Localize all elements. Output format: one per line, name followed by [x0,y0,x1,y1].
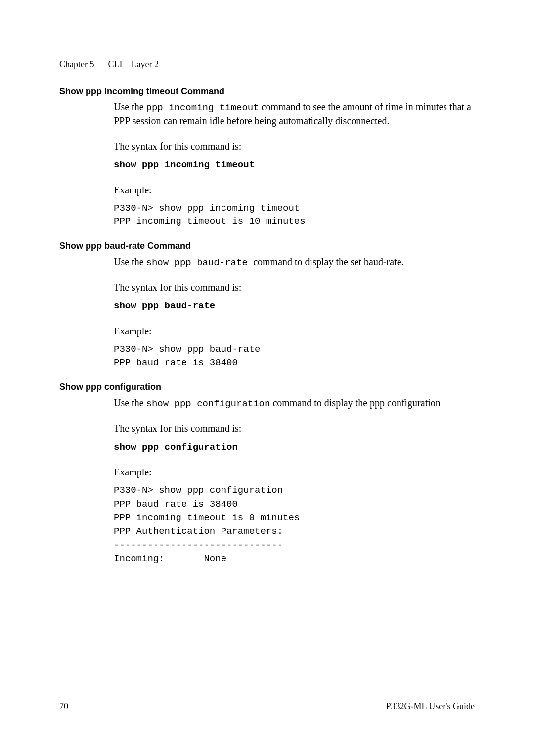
example-label: Example: [114,466,475,479]
intro-pre: Use the [114,397,146,408]
example-block: P330-N> show ppp configuration PPP baud … [114,484,475,566]
chapter-title: CLI – Layer 2 [108,59,158,69]
intro-cmd: show ppp baud-rate [146,257,254,268]
intro-pre: Use the [114,256,146,267]
section-heading-config: Show ppp configuration [59,382,475,392]
page-footer: 70 P332G-ML User's Guide [59,694,475,711]
intro-paragraph: Use the show ppp configuration command t… [114,396,475,410]
section-body-timeout: Use the ppp incoming timeout command to … [114,100,475,228]
section-heading-baud: Show ppp baud-rate Command [59,241,475,251]
section-body-baud: Use the show ppp baud-rate command to di… [114,255,475,369]
page-number: 70 [59,701,68,711]
example-line-1: P330-N> show ppp baud-rate [114,343,475,356]
example-label: Example: [114,184,475,197]
syntax-command: show ppp configuration [114,441,475,454]
example-line-2: PPP baud rate is 38400 [114,356,475,369]
example-line-1: P330-N> show ppp incoming timeout [114,202,475,215]
header-rule [59,73,475,73]
syntax-command: show ppp incoming timeout [114,158,475,171]
syntax-command: show ppp baud-rate [114,299,475,312]
syntax-label: The syntax for this command is: [114,281,475,295]
intro-paragraph: Use the ppp incoming timeout command to … [114,100,475,128]
example-label: Example: [114,325,475,338]
intro-paragraph: Use the show ppp baud-rate command to di… [114,255,475,269]
chapter-label: Chapter 5 [59,59,94,69]
section-body-config: Use the show ppp configuration command t… [114,396,475,566]
running-head: Chapter 5CLI – Layer 2 [59,59,475,70]
intro-cmd: show ppp configuration [146,398,270,409]
syntax-label: The syntax for this command is: [114,422,475,436]
footer-rule [59,698,475,698]
page: Chapter 5CLI – Layer 2 Show ppp incoming… [0,0,534,756]
example-line-2: PPP incoming timeout is 10 minutes [114,215,475,228]
intro-pre: Use the [114,101,146,112]
intro-post: command to display the ppp configuration [270,397,440,408]
intro-cmd: ppp incoming timeout [146,102,259,113]
doc-title: P332G-ML User's Guide [386,701,475,711]
section-heading-timeout: Show ppp incoming timeout Command [59,86,475,96]
intro-post: command to display the set baud-rate. [253,256,403,267]
syntax-label: The syntax for this command is: [114,140,475,154]
